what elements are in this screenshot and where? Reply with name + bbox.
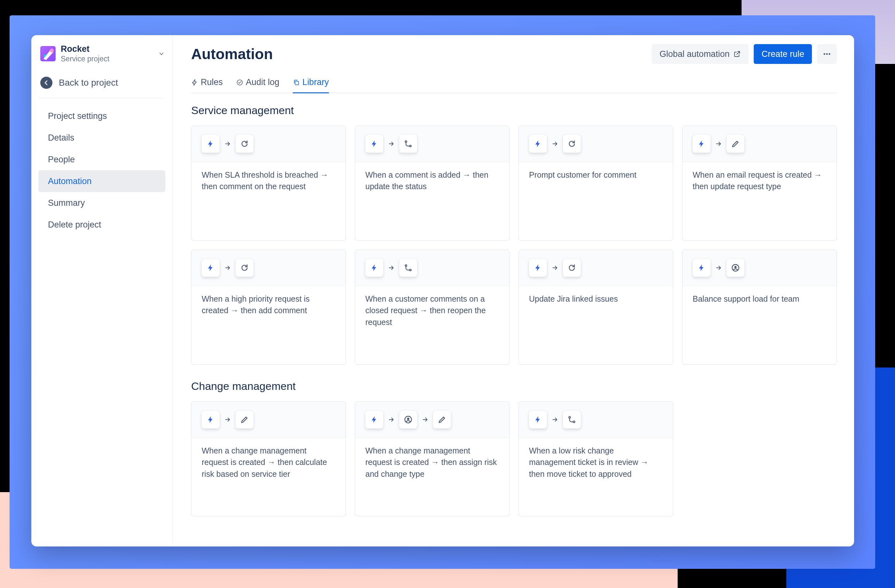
person-icon: [727, 259, 745, 277]
card-header: [519, 126, 673, 162]
refresh-icon: [563, 135, 581, 153]
bolt-icon: [529, 411, 547, 429]
automation-rule-card[interactable]: When a change management request is crea…: [191, 402, 346, 517]
svg-point-4: [829, 53, 830, 55]
card-description: When a high priority request is created …: [191, 286, 346, 323]
page-header: Automation Global automation Create rule: [191, 44, 837, 64]
automation-rule-card[interactable]: When a comment is added → then update th…: [355, 126, 510, 241]
card-header: [355, 250, 509, 286]
button-label: Global automation: [660, 49, 730, 59]
svg-point-1: [50, 48, 54, 52]
svg-rect-6: [295, 81, 299, 85]
bolt-icon: [366, 411, 383, 429]
automation-rule-card[interactable]: When a high priority request is created …: [191, 250, 346, 365]
tab-library[interactable]: Library: [293, 77, 329, 93]
project-icon: [40, 46, 56, 61]
card-header: [683, 126, 836, 162]
automation-rule-card[interactable]: Prompt customer for comment: [519, 126, 673, 241]
card-description: Balance support load for team: [683, 286, 836, 312]
card-header: [519, 250, 673, 286]
sidebar-item-project-settings[interactable]: Project settings: [38, 105, 165, 127]
card-header: [191, 250, 346, 286]
sidebar-item-details[interactable]: Details: [38, 127, 165, 149]
sidebar-divider: [39, 98, 165, 98]
arrow-right-icon: [715, 140, 722, 147]
app-window: Rocket Service project Back to project P…: [31, 35, 854, 547]
global-automation-button[interactable]: Global automation: [652, 44, 749, 64]
sidebar-item-label: Automation: [48, 176, 92, 186]
bolt-icon: [693, 259, 711, 277]
sidebar-item-summary[interactable]: Summary: [38, 192, 165, 214]
refresh-icon: [235, 135, 253, 153]
tab-label: Rules: [201, 77, 223, 87]
project-selector[interactable]: Rocket Service project: [31, 44, 172, 71]
sidebar-item-label: Summary: [48, 198, 85, 208]
sidebar-item-label: Project settings: [48, 111, 107, 121]
bolt-icon: [202, 259, 220, 277]
branch-icon: [563, 411, 581, 429]
arrow-right-icon: [422, 416, 429, 423]
person-icon: [399, 411, 417, 429]
tab-audit-log[interactable]: Audit log: [236, 77, 279, 93]
button-label: Create rule: [762, 49, 804, 59]
sidebar-item-delete-project[interactable]: Delete project: [38, 214, 165, 235]
bolt-icon: [202, 411, 220, 429]
card-header: [355, 402, 509, 438]
section-heading-service: Service management: [191, 104, 837, 117]
card-description: When an email request is created → then …: [683, 162, 836, 199]
card-description: When a customer comments on a closed req…: [355, 286, 509, 335]
card-header: [519, 402, 673, 438]
header-actions: Global automation Create rule: [652, 44, 837, 64]
card-header: [355, 126, 509, 162]
arrow-right-icon: [224, 416, 231, 423]
automation-rule-card[interactable]: Update Jira linked issues: [519, 250, 673, 365]
automation-rule-card[interactable]: When an email request is created → then …: [682, 126, 837, 241]
back-to-project[interactable]: Back to project: [31, 71, 172, 98]
card-header: [191, 402, 346, 438]
sidebar-item-automation[interactable]: Automation: [38, 170, 165, 192]
automation-rule-card[interactable]: When SLA threshold is breached → then co…: [191, 126, 346, 241]
copy-icon: [293, 79, 300, 86]
sidebar-item-label: Details: [48, 133, 74, 143]
automation-rule-card[interactable]: When a change management request is crea…: [355, 402, 510, 517]
section-heading-change: Change management: [191, 380, 837, 393]
card-description: When a change management request is crea…: [191, 438, 346, 487]
card-description: Prompt customer for comment: [519, 162, 673, 188]
arrow-right-icon: [551, 140, 558, 147]
card-description: When SLA threshold is breached → then co…: [191, 162, 346, 199]
svg-point-5: [237, 80, 243, 85]
bolt-icon: [202, 135, 220, 153]
pencil-icon: [433, 411, 451, 429]
pencil-icon: [235, 411, 253, 429]
card-description: Update Jira linked issues: [519, 286, 673, 312]
lightning-icon: [191, 79, 198, 86]
svg-point-3: [826, 53, 828, 55]
main-content: Automation Global automation Create rule: [173, 35, 854, 547]
back-label: Back to project: [59, 78, 118, 88]
external-link-icon: [733, 50, 741, 58]
arrow-right-icon: [551, 264, 558, 271]
tab-rules[interactable]: Rules: [191, 77, 223, 93]
sidebar-item-label: People: [48, 155, 75, 165]
automation-rule-card[interactable]: Balance support load for team: [682, 250, 837, 365]
create-rule-button[interactable]: Create rule: [754, 44, 812, 64]
bolt-icon: [366, 135, 383, 153]
card-description: When a low risk change management ticket…: [519, 438, 673, 487]
bolt-icon: [693, 135, 711, 153]
tab-label: Audit log: [246, 77, 279, 87]
arrow-right-icon: [551, 416, 558, 423]
sidebar-item-people[interactable]: People: [38, 149, 165, 170]
tabs: Rules Audit log Library: [191, 77, 837, 93]
card-header: [191, 126, 346, 162]
card-header: [683, 250, 836, 286]
branch-icon: [399, 135, 417, 153]
chevron-down-icon: [158, 50, 165, 57]
card-grid: When SLA threshold is breached → then co…: [191, 126, 837, 365]
automation-rule-card[interactable]: When a customer comments on a closed req…: [355, 250, 510, 365]
arrow-right-icon: [388, 416, 395, 423]
bolt-icon: [529, 135, 547, 153]
more-actions-button[interactable]: [817, 44, 837, 64]
automation-rule-card[interactable]: When a low risk change management ticket…: [519, 402, 673, 517]
more-horizontal-icon: [822, 49, 832, 59]
sidebar: Rocket Service project Back to project P…: [31, 35, 173, 547]
